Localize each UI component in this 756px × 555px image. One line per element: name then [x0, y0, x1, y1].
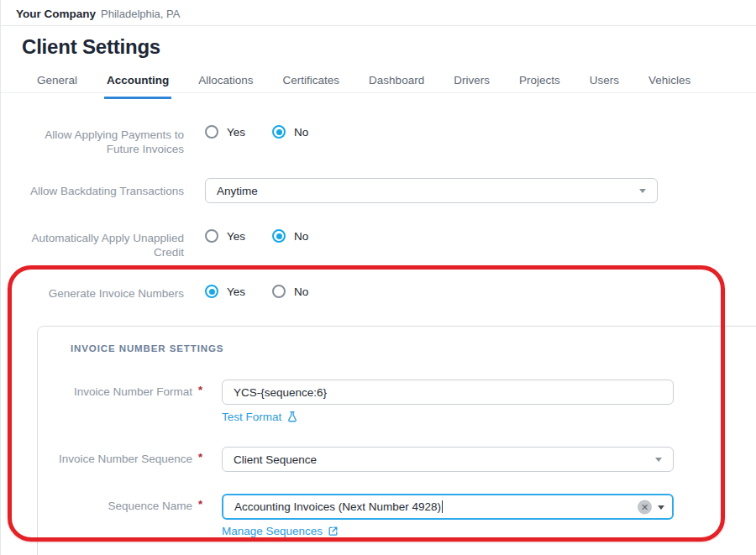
chevron-down-icon — [655, 458, 662, 462]
label-sequence-name: Sequence Name — [51, 500, 192, 512]
clear-icon[interactable]: ✕ — [638, 500, 652, 514]
radio-yes-selected[interactable] — [205, 285, 218, 298]
tab-general[interactable]: General — [34, 71, 80, 99]
label-generate-invoice-numbers: Generate Invoice Numbers — [16, 286, 184, 301]
tab-projects[interactable]: Projects — [517, 71, 563, 99]
tab-certificates[interactable]: Certificates — [281, 71, 343, 99]
radio-no-unselected[interactable] — [272, 285, 286, 298]
manage-sequences-label: Manage Sequences — [222, 525, 323, 537]
sequence-name-combobox[interactable]: Accounting Invoices (Next Number 4928) ✕ — [222, 494, 674, 520]
required-asterisk: * — [198, 384, 202, 396]
radio-yes-unselected[interactable] — [205, 125, 218, 139]
radio-no-label[interactable]: No — [294, 230, 308, 243]
tabs-divider — [1, 92, 756, 93]
radio-yes-label[interactable]: Yes — [227, 230, 245, 243]
radio-no-label[interactable]: No — [294, 285, 308, 298]
label-auto-apply-credit: Automatically Apply Unapplied Credit — [16, 231, 184, 259]
required-asterisk: * — [198, 451, 202, 463]
tab-allocations[interactable]: Allocations — [196, 71, 255, 99]
radio-yes-unselected[interactable] — [205, 229, 218, 243]
tab-vehicles[interactable]: Vehicles — [646, 71, 693, 99]
radio-no-selected[interactable] — [272, 229, 286, 243]
label-allow-backdating: Allow Backdating Transactions — [16, 184, 184, 198]
invoice-number-sequence-select[interactable]: Client Sequence — [222, 447, 674, 472]
chevron-down-icon — [639, 189, 646, 193]
tab-accounting[interactable]: Accounting — [104, 71, 171, 99]
manage-sequences-link[interactable]: Manage Sequences — [222, 525, 339, 537]
company-bar: Your CompanyPhiladelphia, PA — [16, 8, 180, 20]
radio-group-generate-invoice-numbers: Yes No — [205, 285, 308, 298]
section-title: INVOICE NUMBER SETTINGS — [71, 343, 223, 353]
chevron-down-icon[interactable] — [658, 505, 664, 510]
label-invoice-number-format: Invoice Number Format — [51, 385, 192, 398]
radio-no-selected[interactable] — [272, 125, 286, 139]
tab-dashboard[interactable]: Dashboard — [366, 71, 427, 99]
tab-users[interactable]: Users — [587, 71, 622, 99]
label-invoice-number-sequence: Invoice Number Sequence — [51, 453, 192, 465]
company-location: Philadelphia, PA — [101, 8, 180, 20]
test-format-label: Test Format — [222, 411, 281, 423]
invoice-number-format-input[interactable]: YCS-{sequence:6} — [222, 380, 674, 405]
sequence-name-value: Accounting Invoices (Next Number 4928) — [234, 500, 441, 513]
invoice-number-settings-card — [37, 326, 756, 555]
external-link-icon — [328, 526, 339, 537]
invoice-number-sequence-value: Client Sequence — [234, 453, 317, 466]
radio-yes-label[interactable]: Yes — [227, 285, 245, 298]
required-asterisk: * — [198, 498, 202, 510]
backdating-select-value: Anytime — [217, 185, 258, 197]
radio-no-label[interactable]: No — [294, 126, 308, 139]
label-allow-applying-payments: Allow Applying Payments to Future Invoic… — [16, 128, 184, 156]
radio-group-auto-apply-credit: Yes No — [205, 229, 308, 243]
page-title: Client Settings — [22, 35, 160, 59]
text-cursor — [442, 500, 443, 513]
flask-icon — [286, 411, 298, 423]
settings-tabs: General Accounting Allocations Certifica… — [34, 71, 693, 99]
backdating-select[interactable]: Anytime — [205, 178, 658, 203]
test-format-link[interactable]: Test Format — [222, 411, 298, 423]
company-name: Your Company — [16, 8, 96, 20]
invoice-number-format-value: YCS-{sequence:6} — [234, 386, 327, 399]
header-divider — [1, 25, 756, 26]
tab-drivers[interactable]: Drivers — [451, 71, 492, 99]
radio-group-allow-applying-payments: Yes No — [205, 125, 308, 139]
radio-yes-label[interactable]: Yes — [227, 126, 245, 139]
client-settings-page: Your CompanyPhiladelphia, PA Client Sett… — [0, 0, 756, 555]
